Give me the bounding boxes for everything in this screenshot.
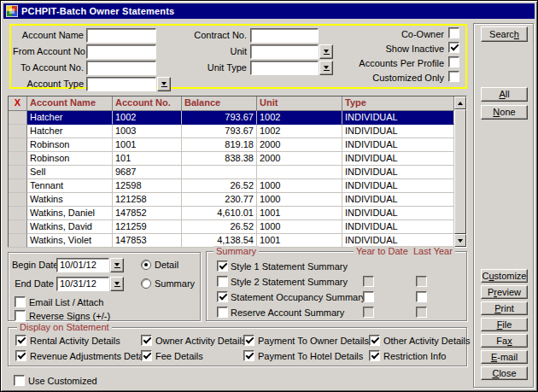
email-list-attach-checkbox[interactable] bbox=[15, 296, 26, 307]
unit-field[interactable] bbox=[250, 44, 319, 59]
cell-account-no: 1001 bbox=[113, 138, 182, 152]
cell-type: INDIVIDUAL bbox=[342, 179, 454, 193]
owner-activity-details-label: Owner Activity Details bbox=[155, 336, 246, 346]
from-account-no-label: From Account No. bbox=[13, 46, 84, 56]
table-scrollbar[interactable] bbox=[454, 97, 466, 247]
scrollbar-thumb[interactable] bbox=[454, 109, 466, 234]
other-activity-details-checkbox[interactable] bbox=[369, 335, 380, 346]
print-button[interactable]: Print bbox=[481, 301, 528, 315]
statement-occupancy-summary-ytd-checkbox[interactable] bbox=[363, 291, 374, 302]
none-button[interactable]: None bbox=[481, 105, 528, 120]
show-inactive-checkbox[interactable] bbox=[448, 42, 459, 53]
account-type-dropdown-button[interactable] bbox=[157, 77, 171, 91]
cell-account-name: Watkins, Violet bbox=[27, 234, 113, 248]
detail-radio[interactable] bbox=[141, 260, 151, 270]
fee-details-checkbox[interactable] bbox=[141, 350, 152, 361]
contract-no-field[interactable] bbox=[250, 28, 319, 43]
rental-activity-details-checkbox[interactable] bbox=[15, 335, 26, 346]
row-selector-cell[interactable] bbox=[9, 234, 27, 248]
email-list-attach-label: Email List / Attach bbox=[29, 297, 103, 307]
table-row[interactable]: Robinson1001819.182000INDIVIDUAL bbox=[9, 138, 466, 152]
restriction-info-checkbox[interactable] bbox=[369, 350, 380, 361]
unit-type-field[interactable] bbox=[250, 61, 319, 75]
file-button[interactable]: File bbox=[481, 318, 528, 331]
cell-account-no: 147853 bbox=[113, 234, 182, 248]
end-date-dropdown-button[interactable] bbox=[110, 277, 124, 291]
search-button[interactable]: Search bbox=[481, 26, 528, 42]
cell-unit: 1000 bbox=[257, 179, 342, 193]
scroll-up-arrow-icon[interactable] bbox=[454, 97, 466, 109]
statement-occupancy-summary-checkbox[interactable] bbox=[217, 291, 228, 302]
customized-only-checkbox[interactable] bbox=[448, 71, 459, 82]
cell-balance: 4,610.01 bbox=[182, 207, 257, 220]
table-row[interactable]: Sell9687INDIVIDUAL bbox=[9, 166, 466, 179]
display-on-statement-group: Display on Statement Rental Activity Det… bbox=[8, 327, 467, 366]
fax-button[interactable]: Fax bbox=[481, 334, 528, 348]
use-customized-label: Use Customized bbox=[28, 376, 97, 386]
table-row[interactable]: Hatcher1003793.671002INDIVIDUAL bbox=[9, 125, 466, 138]
preview-button[interactable]: Preview bbox=[481, 285, 528, 299]
revenue-adjustments-deta-checkbox[interactable] bbox=[15, 350, 26, 361]
payment-to-hotel-details-label: Payment To Hotel Details bbox=[258, 351, 363, 361]
cell-account-name: Watkins, David bbox=[27, 220, 113, 234]
summary-radio[interactable] bbox=[141, 278, 151, 289]
payment-to-hotel-details-checkbox[interactable] bbox=[243, 350, 254, 361]
cell-account-no: 1002 bbox=[113, 111, 182, 125]
use-customized-checkbox[interactable] bbox=[14, 375, 25, 386]
row-selector-cell[interactable] bbox=[9, 138, 27, 152]
reserve-account-summary-checkbox[interactable] bbox=[217, 307, 228, 318]
table-row[interactable]: Watkins, David12125926.521000INDIVIDUAL bbox=[9, 220, 466, 234]
summary-radio-label: Summary bbox=[155, 278, 195, 289]
cell-account-name: Robinson bbox=[27, 152, 113, 166]
style-2-statement-summary-ytd-checkbox bbox=[363, 276, 374, 287]
style-2-statement-summary-checkbox[interactable] bbox=[217, 276, 228, 287]
e-mail-button[interactable]: E-mail bbox=[481, 350, 528, 364]
owner-activity-details-checkbox[interactable] bbox=[141, 335, 152, 346]
statement-occupancy-summary-last-year-checkbox[interactable] bbox=[416, 291, 427, 302]
column-header-account-name: Account Name bbox=[27, 97, 113, 111]
cell-unit: 2000 bbox=[257, 138, 342, 152]
table-row[interactable]: Robinson101838.382000INDIVIDUAL bbox=[9, 152, 466, 166]
table-row[interactable]: Watkins, Daniel1478524,610.011001INDIVID… bbox=[9, 207, 466, 220]
contract-no-label: Contract No. bbox=[145, 30, 247, 40]
rental-activity-details-label: Rental Activity Details bbox=[30, 336, 120, 346]
row-selector-cell[interactable] bbox=[9, 207, 27, 220]
row-selector-cell[interactable] bbox=[9, 125, 27, 138]
cell-type: INDIVIDUAL bbox=[342, 220, 454, 234]
all-button[interactable]: All bbox=[481, 87, 528, 102]
cell-unit: 1001 bbox=[257, 234, 342, 248]
account-type-field[interactable] bbox=[86, 77, 156, 91]
cell-account-no: 147852 bbox=[113, 207, 182, 220]
style-1-statement-summary-checkbox[interactable] bbox=[217, 260, 228, 272]
scroll-down-arrow-icon[interactable] bbox=[454, 234, 466, 247]
end-date-label: End Date bbox=[12, 278, 54, 289]
cell-balance bbox=[182, 166, 257, 179]
table-row[interactable]: Tennant1259826.521000INDIVIDUAL bbox=[9, 179, 466, 193]
row-selector-cell[interactable] bbox=[9, 179, 27, 193]
co-owner-checkbox[interactable] bbox=[448, 27, 459, 38]
payment-to-owner-details-checkbox[interactable] bbox=[243, 335, 254, 346]
begin-date-dropdown-button[interactable] bbox=[110, 258, 124, 272]
close-button[interactable]: Close bbox=[481, 366, 528, 380]
row-selector-cell[interactable] bbox=[9, 166, 27, 179]
end-date-field[interactable]: 10/31/12 bbox=[56, 277, 109, 291]
cell-balance: 230.77 bbox=[182, 193, 257, 207]
row-selector-cell[interactable] bbox=[9, 193, 27, 207]
table-row[interactable]: Watkins121258230.771000INDIVIDUAL bbox=[9, 193, 466, 207]
cell-account-name: Sell bbox=[27, 166, 113, 179]
cell-account-no: 12598 bbox=[113, 179, 182, 193]
row-selector-cell[interactable] bbox=[9, 152, 27, 166]
row-selector-cell[interactable] bbox=[9, 220, 27, 234]
begin-date-field[interactable]: 10/01/12 bbox=[56, 258, 109, 272]
begin-date-label: Begin Date bbox=[12, 260, 54, 270]
cell-account-name: Watkins bbox=[27, 193, 113, 207]
column-header-x: X bbox=[9, 97, 27, 111]
customize-button[interactable]: Customize bbox=[481, 269, 528, 283]
table-row[interactable]: Hatcher1002793.671002INDIVIDUAL bbox=[9, 111, 466, 125]
reverse-signs-checkbox[interactable] bbox=[15, 310, 26, 321]
cell-unit: 2000 bbox=[257, 152, 342, 166]
title-bar[interactable]: PCHPIT-Batch Owner Statements bbox=[3, 3, 535, 19]
accounts-per-profile-label: Accounts Per Profile bbox=[326, 58, 444, 68]
row-selector-cell[interactable] bbox=[9, 111, 27, 125]
accounts-per-profile-checkbox[interactable] bbox=[448, 56, 459, 67]
